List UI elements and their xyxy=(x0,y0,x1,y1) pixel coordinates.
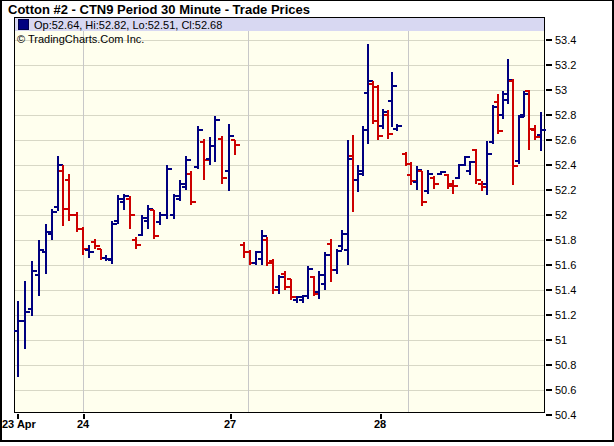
ohlc-bar-open-tick xyxy=(240,244,244,246)
ohlc-bar-close-tick xyxy=(187,159,191,161)
ohlc-bar-open-tick xyxy=(515,160,519,162)
ohlc-bar-range xyxy=(82,227,84,255)
price-axis-tick xyxy=(546,364,552,366)
ohlc-bar-open-tick xyxy=(364,92,368,94)
ohlc-bar-open-tick xyxy=(402,153,406,155)
ohlc-bar-open-tick xyxy=(520,114,524,116)
ohlc-bar-open-tick xyxy=(393,128,397,130)
ohlc-bar-close-tick xyxy=(499,130,503,132)
ohlc-bar-close-tick xyxy=(393,85,397,87)
ohlc-bar-close-tick xyxy=(423,201,427,203)
ohlc-bar-range xyxy=(17,301,19,377)
ohlc-bar-close-tick xyxy=(389,133,393,135)
ohlc-bar-range xyxy=(518,115,520,164)
ohlc-bar-close-tick xyxy=(131,214,135,216)
price-axis-label: 52 xyxy=(555,209,567,221)
ohlc-bar-open-tick xyxy=(499,114,503,116)
ohlc-bar-open-tick xyxy=(384,114,388,116)
ohlc-bar-open-tick xyxy=(333,269,337,271)
price-axis-tick xyxy=(546,264,552,266)
ohlc-bar-close-tick xyxy=(33,270,37,272)
ohlc-bar-close-tick xyxy=(53,211,57,213)
ohlc-bar-range xyxy=(330,239,332,282)
price-axis-tick xyxy=(546,114,552,116)
ohlc-bar-open-tick xyxy=(150,209,154,211)
ohlc-bar-open-tick xyxy=(504,99,508,101)
ohlc-bar-range xyxy=(190,171,192,205)
ohlc-bar-open-tick xyxy=(194,166,198,168)
ohlc-bar-open-tick xyxy=(65,179,69,181)
ohlc-bar-open-tick xyxy=(449,183,453,185)
price-gridline xyxy=(15,190,544,191)
ohlc-bar-open-tick xyxy=(407,174,411,176)
ohlc-bar-open-tick xyxy=(263,239,267,241)
ohlc-bar-open-tick xyxy=(287,278,291,280)
ohlc-bar-open-tick xyxy=(478,183,482,185)
ohlc-bar-open-tick xyxy=(304,295,308,297)
price-axis-label: 50.6 xyxy=(555,384,576,396)
price-gridline xyxy=(15,215,544,216)
price-gridline xyxy=(15,390,544,391)
ohlc-bar-open-tick xyxy=(97,248,101,250)
ohlc-bar-open-tick xyxy=(509,80,513,82)
ohlc-bar-range xyxy=(197,126,199,169)
ohlc-bar-close-tick xyxy=(542,129,546,131)
ohlc-bar-open-tick xyxy=(225,170,229,172)
ohlc-bar-open-tick xyxy=(430,177,434,179)
ohlc-bar-close-tick xyxy=(442,171,446,173)
price-axis-label: 52.4 xyxy=(555,159,576,171)
ohlc-bar-open-tick xyxy=(102,257,106,259)
ohlc-bar-range xyxy=(166,165,168,219)
price-axis-tick xyxy=(546,314,552,316)
ohlc-bar-close-tick xyxy=(466,156,470,158)
ohlc-bar-open-tick xyxy=(14,330,18,332)
ohlc-bar-open-tick xyxy=(59,170,63,172)
price-axis-tick xyxy=(546,64,552,66)
date-axis-label: 28 xyxy=(360,418,400,430)
price-axis-tick xyxy=(546,89,552,91)
ohlc-bar-range xyxy=(367,44,369,144)
price-axis-label: 51.6 xyxy=(555,259,576,271)
ohlc-bar-open-tick xyxy=(206,158,210,160)
ohlc-bar-range xyxy=(111,221,113,264)
ohlc-bar-open-tick xyxy=(494,101,498,103)
ohlc-bar-range xyxy=(377,85,379,140)
ohlc-bar-open-tick xyxy=(531,129,535,131)
price-gridline xyxy=(15,265,544,266)
ohlc-bar-open-tick xyxy=(182,186,186,188)
price-gridline xyxy=(15,365,544,366)
ohlc-bar-close-tick xyxy=(223,177,227,179)
ohlc-bar-open-tick xyxy=(299,299,303,301)
price-axis-tick xyxy=(546,414,552,416)
price-axis-label: 51 xyxy=(555,334,567,346)
ohlc-bar-range xyxy=(214,116,216,162)
ohlc-bar-close-tick xyxy=(26,311,30,313)
ohlc-bar-open-tick xyxy=(269,260,273,262)
ohlc-bar-open-tick xyxy=(275,286,279,288)
ohlc-bar-open-tick xyxy=(338,245,342,247)
ohlc-bar-range xyxy=(129,196,131,229)
ohlc-bar-range xyxy=(540,112,542,151)
ohlc-bar-open-tick xyxy=(483,183,487,185)
ohlc-bar-open-tick xyxy=(472,149,476,151)
ohlc-bar-open-tick xyxy=(327,243,331,245)
ohlc-bar-range xyxy=(24,281,26,349)
ohlc-bar-open-tick xyxy=(91,241,95,243)
copyright-label: © TradingCharts.Com Inc. xyxy=(17,33,144,45)
price-axis-label: 52.8 xyxy=(555,109,576,121)
ohlc-bar-open-tick xyxy=(466,170,470,172)
ohlc-bar-close-tick xyxy=(435,183,439,185)
price-gridline xyxy=(15,340,544,341)
price-axis-tick xyxy=(546,214,552,216)
ohlc-bar-open-tick xyxy=(144,220,148,222)
price-axis-tick xyxy=(546,139,552,141)
ohlc-bar-open-tick xyxy=(537,134,541,136)
day-gridline xyxy=(408,31,409,412)
date-axis-label: 27 xyxy=(210,418,250,430)
price-axis-label: 50.8 xyxy=(555,359,576,371)
price-axis-label: 51.4 xyxy=(555,284,576,296)
ohlc-bar-open-tick xyxy=(344,249,348,251)
price-axis-label: 52.6 xyxy=(555,134,576,146)
ohlc-bar-range xyxy=(62,165,64,226)
ohlc-bar-range xyxy=(234,140,236,155)
